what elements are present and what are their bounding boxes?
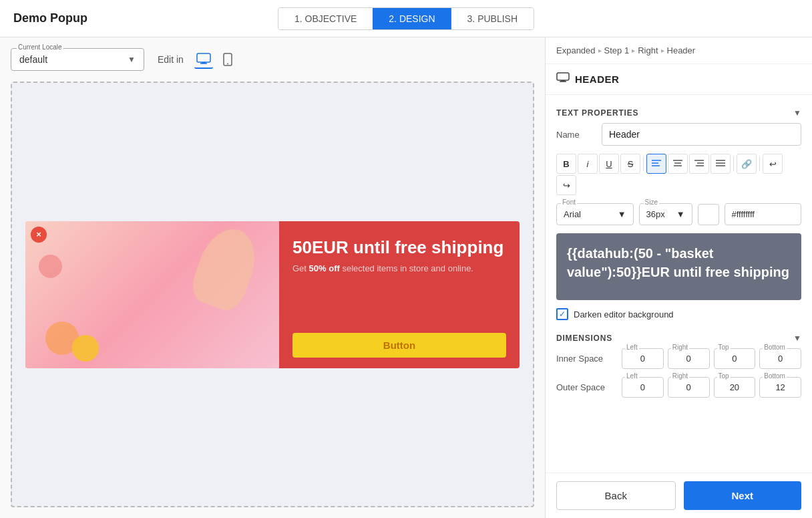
popup-left-image <box>25 221 279 368</box>
link-button[interactable]: 🔗 <box>737 154 757 174</box>
italic-button[interactable]: i <box>578 154 598 174</box>
outer-right-field: Right 0 <box>668 377 710 398</box>
svg-rect-5 <box>557 73 569 80</box>
step-tabs: 1. OBJECTIVE 2. DESIGN 3. PUBLISH <box>278 7 534 30</box>
inner-bottom-field: Bottom 0 <box>759 348 801 369</box>
outer-top-value[interactable]: 20 <box>719 379 751 396</box>
size-select[interactable]: Size 36px ▼ <box>639 203 692 225</box>
bold-button[interactable]: B <box>556 154 576 174</box>
color-hex-value[interactable]: #ffffffff <box>731 205 796 223</box>
desktop-icon[interactable] <box>194 50 213 69</box>
tab-objective[interactable]: 1. OBJECTIVE <box>278 8 373 29</box>
inner-top-field: Top 0 <box>714 348 756 369</box>
chevron-down-icon: ▼ <box>128 55 136 64</box>
fruit-circle-red <box>39 255 62 278</box>
dimensions-title: DIMENSIONS <box>556 334 612 343</box>
breadcrumb-sep-3: ▸ <box>661 47 664 54</box>
font-label: Font <box>561 199 577 206</box>
darken-checkbox-row: ✓ Darken editor background <box>556 308 801 320</box>
section-header: HEADER <box>546 64 812 95</box>
align-justify-button[interactable] <box>710 154 731 174</box>
color-hex-wrapper: #ffffffff <box>725 203 802 225</box>
locale-label: Current Locale <box>17 43 63 51</box>
text-properties-header[interactable]: TEXT PROPERTIES ▼ <box>556 103 801 123</box>
svg-rect-0 <box>197 53 210 62</box>
popup-subtext-before: Get <box>292 263 309 273</box>
outer-bottom-value[interactable]: 12 <box>764 379 797 396</box>
undo-button[interactable]: ↩ <box>763 154 783 174</box>
tab-design[interactable]: 2. DESIGN <box>373 8 451 29</box>
monitor-icon <box>556 72 570 86</box>
checkbox-check-icon: ✓ <box>559 309 566 319</box>
popup-subtext-after: selected items in store and online. <box>340 263 473 273</box>
font-chevron-icon: ▼ <box>618 209 626 219</box>
outer-right-value[interactable]: 0 <box>672 379 705 396</box>
text-editor-area[interactable]: {{datahub:(50 - "basket value"):50}}EUR … <box>556 233 801 300</box>
popup-right-content: 50EUR until free shipping Get 50% off se… <box>279 221 520 368</box>
name-input[interactable] <box>602 123 801 146</box>
align-left-button[interactable] <box>646 154 666 174</box>
format-separator-3 <box>759 156 760 171</box>
darken-checkbox[interactable]: ✓ <box>556 308 568 320</box>
locale-select[interactable]: Current Locale default ▼ <box>11 48 144 71</box>
color-swatch[interactable] <box>698 204 719 225</box>
dimensions-section: DIMENSIONS ▼ Inner Space Left 0 Right 0 <box>556 328 801 398</box>
right-panel-content: TEXT PROPERTIES ▼ Name B i U S <box>546 95 812 473</box>
align-center-button[interactable] <box>668 154 688 174</box>
outer-left-value[interactable]: 0 <box>626 379 659 396</box>
back-button[interactable]: Back <box>556 481 676 510</box>
main-layout: Current Locale default ▼ Edit in <box>0 37 812 518</box>
outer-space-fields: Left 0 Right 0 Top 20 Bottom <box>622 377 801 398</box>
text-properties-title: TEXT PROPERTIES <box>556 108 638 118</box>
inner-top-label: Top <box>717 344 731 351</box>
locale-select-value[interactable]: default ▼ <box>17 50 138 69</box>
inner-top-value[interactable]: 0 <box>719 350 751 367</box>
popup-heading: 50EUR until free shipping <box>292 237 506 258</box>
outer-left-label: Left <box>625 372 639 380</box>
font-select[interactable]: Font Arial ▼ <box>556 203 634 225</box>
format-separator-2 <box>733 156 734 171</box>
chevron-collapse-icon: ▼ <box>793 108 801 118</box>
breadcrumb: Expanded ▸ Step 1 ▸ Right ▸ Header <box>546 37 812 64</box>
outer-space-label: Outer Space <box>556 382 616 392</box>
align-right-button[interactable] <box>689 154 709 174</box>
outer-bottom-field: Bottom 12 <box>759 377 801 398</box>
dimensions-chevron-icon: ▼ <box>793 334 801 343</box>
popup-cta-button[interactable]: Button <box>292 333 506 358</box>
text-properties-section: TEXT PROPERTIES ▼ Name B i U S <box>556 103 801 320</box>
inner-right-field: Right 0 <box>668 348 710 369</box>
outer-top-label: Top <box>717 372 731 380</box>
inner-left-label: Left <box>625 344 639 351</box>
mobile-icon[interactable] <box>218 50 237 69</box>
underline-button[interactable]: U <box>599 154 619 174</box>
inner-right-value[interactable]: 0 <box>672 350 705 367</box>
darken-label: Darken editor background <box>574 309 674 319</box>
bottom-buttons: Back Next <box>546 473 812 518</box>
edit-in-label: Edit in <box>158 54 184 65</box>
section-title: HEADER <box>575 74 619 85</box>
outer-bottom-label: Bottom <box>763 372 787 380</box>
device-icons <box>194 50 237 69</box>
format-separator-1 <box>643 156 644 171</box>
breadcrumb-sep-1: ▸ <box>598 47 602 54</box>
close-button[interactable]: × <box>31 227 47 243</box>
inner-bottom-label: Bottom <box>763 344 787 351</box>
font-name: Arial <box>564 209 581 219</box>
breadcrumb-step1: Step 1 <box>604 45 630 55</box>
inner-left-value[interactable]: 0 <box>626 350 659 367</box>
left-panel: Current Locale default ▼ Edit in <box>0 37 545 518</box>
strikethrough-button[interactable]: S <box>620 154 640 174</box>
next-button[interactable]: Next <box>684 481 802 510</box>
inner-bottom-value[interactable]: 0 <box>764 350 797 367</box>
svg-point-4 <box>227 63 228 65</box>
inner-right-label: Right <box>671 344 689 351</box>
breadcrumb-expanded: Expanded <box>556 45 596 55</box>
font-row: Font Arial ▼ Size 36px ▼ <box>556 203 801 225</box>
redo-button[interactable]: ↪ <box>556 175 576 195</box>
outer-right-label: Right <box>671 372 689 380</box>
breadcrumb-sep-2: ▸ <box>632 47 635 54</box>
font-value[interactable]: Arial ▼ <box>562 205 628 223</box>
tab-publish[interactable]: 3. PUBLISH <box>451 8 534 29</box>
outer-space-row: Outer Space Left 0 Right 0 Top 20 <box>556 377 801 398</box>
size-value[interactable]: 36px ▼ <box>645 205 686 223</box>
